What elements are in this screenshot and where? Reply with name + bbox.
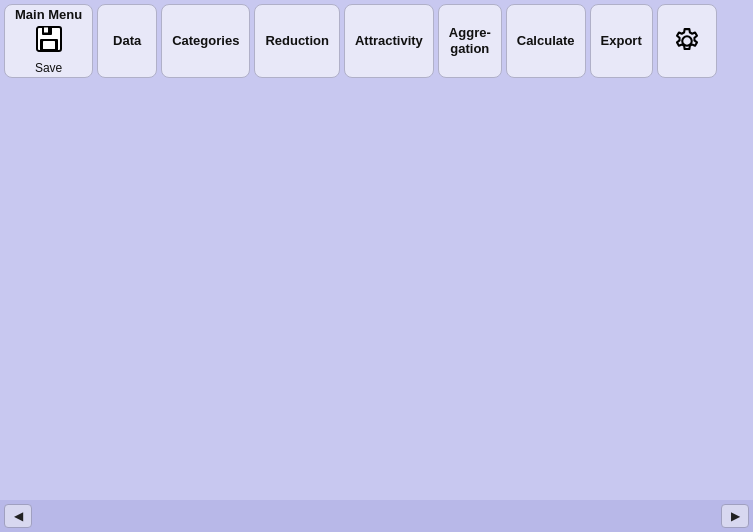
main-menu-save-button[interactable]: Main Menu Save bbox=[4, 4, 93, 78]
calculate-button[interactable]: Calculate bbox=[506, 4, 586, 78]
export-button[interactable]: Export bbox=[590, 4, 653, 78]
aggregation-button-label: Aggre- gation bbox=[449, 25, 491, 56]
reduction-button[interactable]: Reduction bbox=[254, 4, 340, 78]
save-icon bbox=[35, 25, 63, 59]
svg-rect-4 bbox=[43, 41, 55, 49]
export-button-label: Export bbox=[601, 33, 642, 49]
aggregation-button[interactable]: Aggre- gation bbox=[438, 4, 502, 78]
categories-button[interactable]: Categories bbox=[161, 4, 250, 78]
main-menu-label: Main Menu bbox=[15, 7, 82, 23]
main-content bbox=[0, 82, 753, 500]
settings-button[interactable] bbox=[657, 4, 717, 78]
bottom-navigation-bar: ◀ ▶ bbox=[0, 500, 753, 532]
attractivity-button[interactable]: Attractivity bbox=[344, 4, 434, 78]
save-label: Save bbox=[35, 61, 62, 75]
data-button[interactable]: Data bbox=[97, 4, 157, 78]
prev-arrow-button[interactable]: ◀ bbox=[4, 504, 32, 528]
attractivity-button-label: Attractivity bbox=[355, 33, 423, 49]
data-button-label: Data bbox=[113, 33, 141, 49]
next-arrow-button[interactable]: ▶ bbox=[721, 504, 749, 528]
calculate-button-label: Calculate bbox=[517, 33, 575, 49]
svg-rect-2 bbox=[44, 27, 48, 32]
gear-icon bbox=[668, 22, 706, 60]
prev-arrow-icon: ◀ bbox=[14, 509, 23, 523]
categories-button-label: Categories bbox=[172, 33, 239, 49]
toolbar: Main Menu Save Data Categories Reduction… bbox=[0, 0, 753, 82]
next-arrow-icon: ▶ bbox=[731, 509, 740, 523]
reduction-button-label: Reduction bbox=[265, 33, 329, 49]
